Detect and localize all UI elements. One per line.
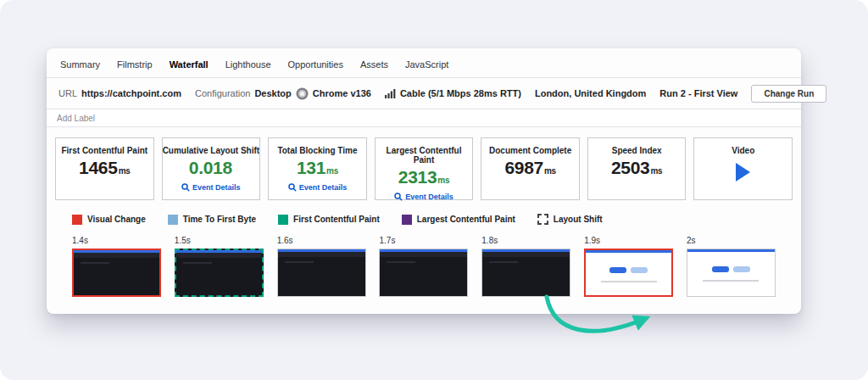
metric-card-video: Video bbox=[693, 137, 793, 200]
metric-title: Document Complete bbox=[481, 146, 579, 155]
filmstrip-frame: 1.6s bbox=[277, 236, 366, 297]
legend-label: Visual Change bbox=[87, 215, 146, 224]
filmstrip-legend: Visual Change Time To First Byte First C… bbox=[47, 200, 801, 225]
metric-value: 1465ms bbox=[56, 158, 153, 178]
frame-timestamp: 1.8s bbox=[481, 236, 570, 245]
ttfb-swatch bbox=[168, 215, 178, 225]
browser-value: Chrome v136 bbox=[313, 88, 371, 98]
fcp-swatch bbox=[278, 215, 288, 225]
frame-thumbnail[interactable] bbox=[481, 249, 570, 297]
chrome-icon bbox=[296, 87, 309, 100]
frame-thumbnail[interactable] bbox=[277, 249, 366, 297]
metric-card-cumulative-layout-shift: Cumulative Layout Shift 0.018 Event Deta… bbox=[162, 137, 261, 200]
frame-timestamp: 1.9s bbox=[584, 236, 673, 245]
frame-timestamp: 1.5s bbox=[175, 236, 264, 245]
legend-item-layout-shift: Layout Shift bbox=[537, 214, 603, 225]
legend-label: Layout Shift bbox=[554, 215, 603, 224]
tab-bar: Summary Filmstrip Waterfall Lighthouse O… bbox=[47, 48, 801, 78]
event-details-link[interactable]: Event Details bbox=[163, 183, 260, 192]
signal-bars-icon bbox=[385, 89, 396, 98]
legend-label: Largest Contentful Paint bbox=[417, 215, 515, 224]
metric-value: 0.018 bbox=[163, 158, 260, 178]
url-label: URL bbox=[58, 88, 77, 98]
tab-filmstrip[interactable]: Filmstrip bbox=[117, 59, 153, 70]
metric-card-total-blocking-time: Total Blocking Time 131ms Event Details bbox=[268, 137, 367, 200]
results-panel: Summary Filmstrip Waterfall Lighthouse O… bbox=[47, 48, 801, 314]
frame-thumbnail[interactable] bbox=[379, 249, 468, 297]
tab-opportunities[interactable]: Opportunities bbox=[288, 59, 343, 70]
frame-thumbnail-visual-change[interactable] bbox=[72, 249, 161, 297]
metric-value: 6987ms bbox=[481, 158, 579, 178]
configuration-value: Desktop bbox=[254, 88, 291, 98]
frame-thumbnail[interactable] bbox=[687, 249, 776, 297]
run-value: Run 2 - First View bbox=[659, 88, 737, 98]
tab-waterfall[interactable]: Waterfall bbox=[170, 59, 209, 70]
filmstrip-frame: 1.9s bbox=[584, 236, 673, 297]
configuration-label: Configuration bbox=[195, 88, 250, 98]
metrics-row: First Contentful Paint 1465ms Cumulative… bbox=[47, 127, 801, 200]
frame-timestamp: 1.7s bbox=[379, 236, 468, 245]
frame-timestamp: 1.4s bbox=[72, 236, 161, 245]
metric-card-largest-contentful-paint: Largest Contentful Paint 2313ms Event De… bbox=[375, 137, 474, 200]
visual-change-swatch bbox=[72, 215, 82, 225]
metric-card-first-contentful-paint: First Contentful Paint 1465ms bbox=[55, 137, 154, 200]
magnifier-icon bbox=[181, 183, 190, 192]
change-run-button[interactable]: Change Run bbox=[751, 85, 826, 103]
frame-timestamp: 1.6s bbox=[277, 236, 366, 245]
frame-thumbnail-visual-change[interactable] bbox=[584, 249, 673, 297]
metric-value: 2503ms bbox=[588, 158, 686, 178]
url-value: https://catchpoint.com bbox=[81, 88, 181, 98]
metric-card-speed-index: Speed Index 2503ms bbox=[587, 137, 687, 200]
add-label-input[interactable] bbox=[47, 109, 801, 127]
filmstrip-frame: 1.7s bbox=[379, 236, 468, 297]
metric-card-document-complete: Document Complete 6987ms bbox=[481, 137, 580, 200]
filmstrip-frame: 2s bbox=[687, 236, 776, 297]
lcp-swatch bbox=[402, 215, 412, 225]
layout-shift-swatch bbox=[537, 214, 548, 225]
frame-thumbnail-first-contentful-paint[interactable] bbox=[175, 249, 264, 297]
metric-title: Cumulative Layout Shift bbox=[163, 146, 260, 155]
legend-label: Time To First Byte bbox=[183, 215, 256, 224]
frame-timestamp: 2s bbox=[687, 236, 776, 245]
play-icon[interactable] bbox=[736, 163, 750, 182]
connection-value: Cable (5/1 Mbps 28ms RTT) bbox=[400, 88, 521, 98]
metric-title: Total Blocking Time bbox=[269, 146, 366, 155]
legend-item-visual-change: Visual Change bbox=[72, 215, 146, 225]
metric-title: First Contentful Paint bbox=[56, 146, 153, 155]
filmstrip-row: 1.4s 1.5s 1.6s 1.7s 1.8s bbox=[47, 225, 801, 297]
filmstrip-frame: 1.5s bbox=[175, 236, 264, 297]
metric-title: Speed Index bbox=[588, 146, 686, 155]
run-info-bar: URL https://catchpoint.com Configuration… bbox=[47, 78, 801, 109]
event-details-link[interactable]: Event Details bbox=[376, 193, 473, 201]
legend-item-time-to-first-byte: Time To First Byte bbox=[168, 215, 256, 225]
metric-value: 2313ms bbox=[376, 167, 473, 187]
metric-title: Video bbox=[694, 146, 792, 155]
magnifier-icon bbox=[394, 193, 403, 201]
magnifier-icon bbox=[288, 183, 297, 192]
metric-value: 131ms bbox=[269, 158, 366, 178]
metric-title: Largest Contentful Paint bbox=[376, 146, 473, 165]
tab-lighthouse[interactable]: Lighthouse bbox=[225, 59, 271, 70]
tab-javascript[interactable]: JavaScript bbox=[405, 59, 448, 70]
tab-assets[interactable]: Assets bbox=[360, 59, 388, 70]
tab-summary[interactable]: Summary bbox=[60, 59, 100, 70]
filmstrip-frame: 1.8s bbox=[481, 236, 570, 297]
location-value: London, United Kingdom bbox=[535, 88, 646, 98]
event-details-link[interactable]: Event Details bbox=[269, 183, 366, 192]
filmstrip-frame: 1.4s bbox=[72, 236, 161, 297]
legend-item-first-contentful-paint: First Contentful Paint bbox=[278, 215, 380, 225]
legend-label: First Contentful Paint bbox=[293, 215, 380, 224]
legend-item-largest-contentful-paint: Largest Contentful Paint bbox=[402, 215, 515, 225]
